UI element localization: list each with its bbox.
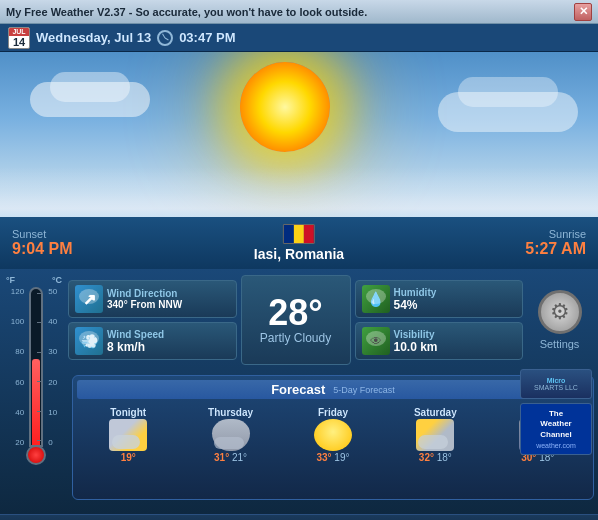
thursday-icon <box>212 419 250 451</box>
flag-yellow <box>294 225 304 243</box>
sunrise-time: 5:27 AM <box>525 240 586 258</box>
title-text: My Free Weather V2.37 - So accurate, you… <box>6 6 367 18</box>
sunset-label: Sunset <box>12 228 72 240</box>
thursday-temps: 31° 21° <box>214 452 247 463</box>
sunset-time: 9:04 PM <box>12 240 72 258</box>
thermo-body: 120 100 80 60 40 20 <box>11 287 57 465</box>
thermo-labels: °F °C <box>6 275 62 285</box>
twc-the: The <box>549 409 563 419</box>
forecast-thursday: Thursday 31° 21° <box>191 407 271 463</box>
location-name: Iasi, Romania <box>254 246 344 262</box>
visibility-value: 10.0 km <box>394 340 517 354</box>
humidity-text: Humidity 54% <box>394 287 517 312</box>
thermometer-area: °F °C 120 100 80 60 40 20 <box>0 269 68 514</box>
twc-weather: Weather <box>540 419 571 429</box>
sunrise-label: Sunrise <box>525 228 586 240</box>
date-text: Wednesday, Jul 13 <box>36 30 151 45</box>
humidity-value: 54% <box>394 298 517 312</box>
sky-panel <box>0 52 598 217</box>
wind-speed-text: Wind Speed 8 km/h <box>107 329 230 354</box>
visibility-box: 👁 Visibility 10.0 km <box>355 322 524 360</box>
forecast-container: Forecast 5-Day Forecast Tonight 19° <box>68 371 598 514</box>
humidity-icon: 💧 <box>362 285 390 313</box>
main-content: °F °C 120 100 80 60 40 20 <box>0 269 598 514</box>
wind-direction-icon: ↗ <box>75 285 103 313</box>
settings-block[interactable]: ⚙ Settings <box>527 290 592 350</box>
thermo-tube <box>29 287 43 447</box>
gear-icon: ⚙ <box>538 290 582 334</box>
cloud-right-2 <box>458 77 558 107</box>
tonight-icon <box>109 419 147 451</box>
center-temperature: 28° Partly Cloudy <box>241 275 351 365</box>
forecast-title: Forecast <box>271 382 325 397</box>
wind-direction-label: Wind Direction <box>107 288 230 299</box>
wind-direction-text: Wind Direction 340° From NNW <box>107 288 230 310</box>
friday-temps: 33° 19° <box>316 452 349 463</box>
sunrise-block: Sunrise 5:27 AM <box>525 228 586 258</box>
right-logos: Micro SMARTS LLC The Weather Channel wea… <box>520 369 592 455</box>
wind-speed-box: 💨 Wind Speed 8 km/h <box>68 322 237 360</box>
weather-right: 💧 Humidity 54% 👁 Visibility <box>355 280 524 360</box>
forecast-tonight: Tonight 19° <box>88 407 168 463</box>
weather-info-row: ↗ Wind Direction 340° From NNW 💨 <box>68 269 598 371</box>
clock-icon <box>157 30 173 46</box>
weather-left: ↗ Wind Direction 340° From NNW 💨 <box>68 280 237 360</box>
forecast-panel: Forecast 5-Day Forecast Tonight 19° <box>72 375 594 500</box>
forecast-saturday: Saturday 32° 18° <box>395 407 475 463</box>
wind-direction-box: ↗ Wind Direction 340° From NNW <box>68 280 237 318</box>
c-label: °C <box>52 275 62 285</box>
center-content: ↗ Wind Direction 340° From NNW 💨 <box>68 269 598 514</box>
forecast-friday: Friday 33° 19° <box>293 407 373 463</box>
wind-speed-value: 8 km/h <box>107 340 230 354</box>
micro-name: Micro <box>547 377 566 384</box>
forecast-header: Forecast 5-Day Forecast <box>77 380 589 399</box>
romania-flag <box>283 224 315 244</box>
cloud-left-2 <box>50 72 130 102</box>
micro-smarts: SMARTS LLC <box>534 384 578 391</box>
weather-channel-logo: The Weather Channel weather.com <box>520 403 592 455</box>
weather-description: Partly Cloudy <box>260 331 331 345</box>
flag-blue <box>284 225 294 243</box>
title-bar: My Free Weather V2.37 - So accurate, you… <box>0 0 598 24</box>
thermo-ticks <box>37 289 41 445</box>
tonight-temp: 19° <box>121 452 136 463</box>
wind-direction-value: 340° From NNW <box>107 299 230 310</box>
f-scale: 120 100 80 60 40 20 <box>11 287 24 447</box>
visibility-text: Visibility 10.0 km <box>394 329 517 354</box>
saturday-temps: 32° 18° <box>419 452 452 463</box>
friday-icon <box>314 419 352 451</box>
f-label: °F <box>6 275 15 285</box>
sunset-block: Sunset 9:04 PM <box>12 228 72 258</box>
settings-label: Settings <box>540 338 580 350</box>
time-text: 03:47 PM <box>179 30 235 45</box>
sky-fade <box>0 167 598 217</box>
thermo-bulb <box>26 445 46 465</box>
wind-speed-icon: 💨 <box>75 327 103 355</box>
flag-red <box>304 225 314 243</box>
visibility-label: Visibility <box>394 329 517 340</box>
twc-channel: Channel <box>540 430 572 440</box>
datetime-bar: JUL 14 Wednesday, Jul 13 03:47 PM <box>0 24 598 52</box>
forecast-days: Tonight 19° Thursday 31° <box>77 403 589 467</box>
visibility-icon: 👁 <box>362 327 390 355</box>
humidity-box: 💧 Humidity 54% <box>355 280 524 318</box>
forecast-5day: 5-Day Forecast <box>333 385 395 395</box>
twc-web: weather.com <box>536 442 576 449</box>
temperature-value: 28° <box>268 295 322 331</box>
calendar-icon: JUL 14 <box>8 27 30 49</box>
calendar-day: 14 <box>13 36 25 49</box>
sun-graphic <box>240 62 330 152</box>
close-button[interactable]: ✕ <box>574 3 592 21</box>
microsmarts-logo: Micro SMARTS LLC <box>520 369 592 399</box>
saturday-icon <box>416 419 454 451</box>
thermo-tube-container <box>26 287 46 465</box>
info-bar: Sunset 9:04 PM Iasi, Romania Sunrise 5:2… <box>0 217 598 269</box>
app-container: My Free Weather V2.37 - So accurate, you… <box>0 0 598 520</box>
calendar-month: JUL <box>9 28 29 36</box>
humidity-label: Humidity <box>394 287 517 298</box>
bottom-bar: Local Pollen Reports Airport Conditions … <box>0 514 598 520</box>
c-scale: 50 40 30 20 10 0 <box>48 287 57 447</box>
location-block: Iasi, Romania <box>254 224 344 262</box>
wind-speed-label: Wind Speed <box>107 329 230 340</box>
